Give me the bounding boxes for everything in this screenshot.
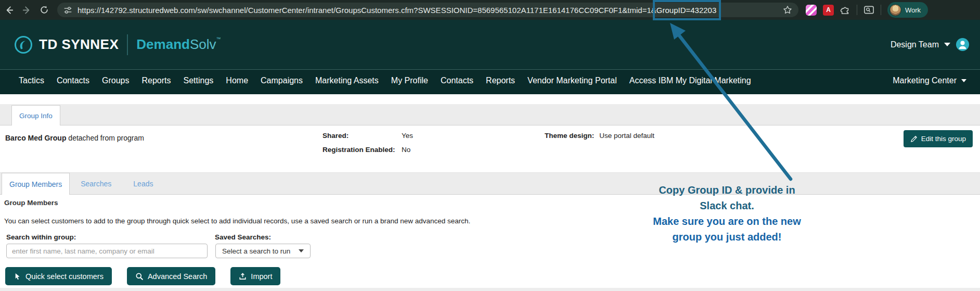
user-avatar-icon[interactable]	[956, 37, 970, 52]
back-icon[interactable]	[0, 5, 18, 15]
group-info-tabbar: Group Info	[0, 104, 980, 125]
button-label: Advanced Search	[148, 272, 207, 281]
cursor-icon	[14, 272, 21, 281]
group-info-panel: Barco Med Group detached from program Sh…	[0, 125, 980, 173]
nav-item-marketing-center[interactable]: Marketing Center	[893, 76, 966, 85]
group-field-row: Shared:Yes	[323, 132, 413, 140]
bookmark-star-icon[interactable]	[783, 5, 792, 15]
upload-icon	[239, 272, 247, 280]
import-button[interactable]: Import	[230, 267, 280, 285]
field-label: Shared:	[323, 132, 402, 140]
forward-icon[interactable]	[18, 5, 35, 15]
app-header: TD SYNNEX DemandSolv™ Design Team	[0, 20, 980, 69]
saved-searches-value: Select a search to run	[222, 247, 290, 255]
field-label: Theme design:	[545, 132, 594, 140]
tab-searches[interactable]: Searches	[70, 173, 122, 194]
adobe-pdf-extension-icon[interactable]: A	[823, 5, 834, 16]
button-label: Quick select customers	[25, 272, 104, 281]
field-value: No	[402, 146, 410, 154]
search-within-group-label: Search within group:	[6, 233, 76, 241]
extensions-area: A	[806, 5, 881, 16]
action-buttons-row: Quick select customersAdvanced SearchImp…	[5, 267, 280, 285]
field-label: Registration Enabled:	[323, 146, 402, 154]
group-fields-col2: Theme design:Use portal default	[545, 132, 654, 140]
nav-item-campaigns[interactable]: Campaigns	[254, 76, 309, 85]
profile-name: Work	[905, 6, 921, 14]
profile-avatar	[889, 4, 901, 16]
sidebar-search-icon[interactable]	[863, 5, 874, 15]
toolbar-divider	[857, 5, 857, 15]
nav-item-reports[interactable]: Reports	[480, 76, 521, 85]
url-groupid-highlighted: GroupID=432203	[656, 6, 717, 15]
group-members-content: Group Members You can select customers t…	[0, 195, 980, 288]
field-value: Use portal default	[599, 132, 654, 140]
pencil-icon	[910, 135, 918, 143]
site-settings-icon[interactable]	[63, 6, 72, 15]
brand-demandsolv: DemandSolv™	[136, 36, 221, 53]
browser-profile-button[interactable]: Work	[887, 2, 928, 18]
puzzle-extensions-icon[interactable]	[840, 5, 850, 15]
url-bar[interactable]: https://142792.structuredweb.com/sw/swch…	[57, 3, 798, 17]
nav-items: TacticsContactsGroupsReportsSettingsHome…	[12, 76, 757, 85]
section-description: You can select customers to add to the g…	[4, 217, 470, 225]
nav-item-settings[interactable]: Settings	[177, 76, 220, 85]
pink-extension-icon[interactable]	[806, 5, 817, 16]
browser-toolbar: https://142792.structuredweb.com/sw/swch…	[0, 0, 980, 20]
tab-group-info[interactable]: Group Info	[11, 105, 60, 126]
nav-item-home[interactable]: Home	[220, 76, 254, 85]
bottom-strip	[0, 288, 980, 291]
group-name: Barco Med Group	[5, 134, 66, 142]
nav-item-contacts[interactable]: Contacts	[434, 76, 480, 85]
refresh-icon[interactable]	[35, 5, 53, 15]
group-name-line: Barco Med Group detached from program	[5, 134, 144, 142]
nav-item-vendor-marketing-portal[interactable]: Vendor Marketing Portal	[521, 76, 623, 85]
nav-item-access-ibm-my-digital-marketing[interactable]: Access IBM My Digital Marketing	[623, 76, 757, 85]
tab-group-members[interactable]: Group Members	[2, 173, 70, 195]
group-name-suffix: detached from program	[66, 134, 144, 142]
url-text[interactable]: https://142792.structuredweb.com/sw/swch…	[78, 6, 716, 15]
saved-searches-dropdown[interactable]: Select a search to run	[215, 244, 311, 258]
group-field-row: Registration Enabled:No	[323, 146, 413, 154]
tab-leads[interactable]: Leads	[122, 173, 164, 194]
td-synnex-logo-icon	[14, 35, 33, 54]
chevron-down-icon	[299, 249, 304, 252]
magnifier-icon	[135, 272, 144, 281]
advanced-search-button[interactable]: Advanced Search	[127, 267, 215, 285]
group-field-row: Theme design:Use portal default	[545, 132, 654, 140]
nav-item-tactics[interactable]: Tactics	[12, 76, 50, 85]
saved-searches-label: Saved Searches:	[215, 233, 271, 241]
user-menu[interactable]: Design Team	[891, 37, 970, 52]
chevron-down-icon	[944, 43, 950, 46]
toolbar-divider	[881, 5, 881, 15]
brand: TD SYNNEX DemandSolv™	[14, 34, 221, 55]
edit-this-group-button[interactable]: Edit this group	[904, 130, 973, 147]
nav-item-contacts[interactable]: Contacts	[50, 76, 96, 85]
nav-item-groups[interactable]: Groups	[96, 76, 135, 85]
nav-item-marketing-assets[interactable]: Marketing Assets	[309, 76, 385, 85]
quick-select-customers-button[interactable]: Quick select customers	[5, 267, 112, 285]
main-nav: TacticsContactsGroupsReportsSettingsHome…	[0, 69, 980, 94]
members-tabbar: Group MembersSearchesLeads	[0, 172, 980, 195]
nav-item-my-profile[interactable]: My Profile	[385, 76, 434, 85]
brand-divider	[127, 34, 128, 55]
user-menu-label: Design Team	[891, 40, 939, 49]
field-value: Yes	[402, 132, 413, 140]
url-prefix: https://142792.structuredweb.com/sw/swch…	[78, 6, 656, 15]
brand-td-synnex: TD SYNNEX	[39, 36, 119, 53]
section-heading: Group Members	[4, 199, 58, 207]
button-label: Import	[251, 272, 272, 281]
nav-item-reports[interactable]: Reports	[136, 76, 177, 85]
group-fields-col1: Shared:YesRegistration Enabled:No	[323, 132, 413, 154]
search-within-group-input[interactable]	[6, 244, 208, 258]
chevron-down-icon	[961, 79, 966, 82]
